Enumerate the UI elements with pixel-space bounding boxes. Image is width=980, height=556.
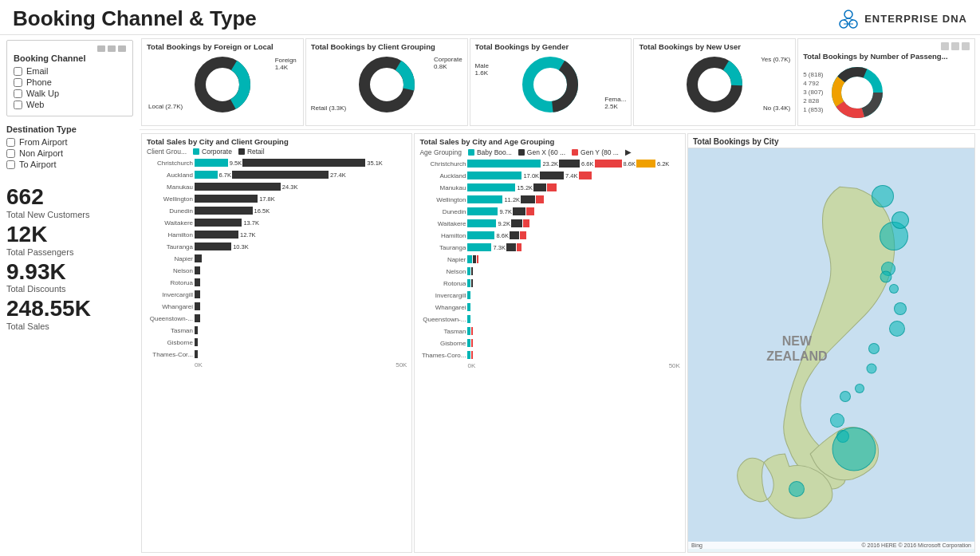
bar-segments-wrap <box>467 279 679 287</box>
wc-btn-3[interactable] <box>962 42 970 50</box>
bar-segment <box>195 290 200 298</box>
bar-segments-wrap <box>467 291 679 299</box>
stat-total-discounts: 9.93K Total Discounts <box>6 260 133 294</box>
stat-total-passengers: 12K Total Passengers <box>6 223 133 257</box>
bar-value: 9.2K <box>498 220 510 227</box>
stat-discounts-value: 9.93K <box>6 260 133 285</box>
table-row: Whangarei <box>419 302 679 313</box>
bar-segment <box>195 314 200 322</box>
bc-email[interactable]: Email <box>14 66 126 76</box>
bc-walkup-checkbox[interactable] <box>14 89 22 98</box>
svg-point-23 <box>844 79 871 106</box>
table-row: Wellington17.8K <box>147 193 407 204</box>
table-row: Rotorua <box>147 277 407 288</box>
bar-segments-wrap <box>195 254 407 262</box>
bar-segments-wrap <box>195 326 407 334</box>
bar-city-label: Tauranga <box>419 244 466 251</box>
table-row: Manukau15.2K <box>419 182 679 193</box>
bc-icon-2[interactable] <box>108 45 116 52</box>
bar-value: 6.7K <box>219 172 231 179</box>
bar-segment <box>195 326 198 334</box>
svg-line-3 <box>844 18 848 20</box>
bc-web-checkbox[interactable] <box>14 101 22 109</box>
nz-map-svg <box>688 148 974 549</box>
donut-label-yes: Yes (0.7K) <box>761 56 790 63</box>
bc-walkup[interactable]: Walk Up <box>14 89 126 98</box>
table-row: Napier <box>147 253 407 264</box>
bar-city-label: Invercargill <box>147 291 193 298</box>
bar-city-label: Whangarei <box>419 304 466 311</box>
bar-axis-client: 0K 50K <box>147 361 407 369</box>
stat-new-customers: 662 Total New Customers <box>6 185 133 219</box>
chart-city-age: Total Sales by City and Age Grouping Age… <box>414 133 685 553</box>
bar-value: 9.5K <box>230 160 242 167</box>
bar-segment <box>232 171 329 179</box>
map-bubble <box>855 384 864 393</box>
bar-segment <box>595 160 622 168</box>
bc-phone[interactable]: Phone <box>14 77 126 87</box>
bar-segment <box>467 255 472 263</box>
bc-phone-checkbox[interactable] <box>14 78 22 87</box>
legend-arrow[interactable]: ▶ <box>625 148 632 156</box>
bar-city-label: Dunedin <box>147 207 193 215</box>
dest-from-airport-checkbox[interactable] <box>6 138 15 147</box>
bar-segment <box>533 183 546 191</box>
bc-web[interactable]: Web <box>14 100 126 109</box>
bc-email-checkbox[interactable] <box>14 67 22 76</box>
bc-icon-3[interactable] <box>118 45 126 52</box>
bar-segment <box>195 350 198 358</box>
bar-segments-wrap: 9.2K <box>467 219 679 227</box>
bar-segments-wrap <box>195 290 407 298</box>
bar-value: 11.2K <box>504 196 520 203</box>
chart-passengers-count-title: Total Bookings by Number of Passeng... <box>803 52 970 61</box>
top-charts-row: Total Bookings by Foreign or Local Forei… <box>140 35 980 130</box>
bar-segment <box>477 255 478 263</box>
bar-city-label: Nelson <box>419 268 466 275</box>
legend-corporate-color <box>193 148 199 155</box>
chart-new-user-title: Total Bookings by New User <box>639 42 790 51</box>
dashboard: Booking Channel & Type ENTERPRISE DNA <box>0 0 980 556</box>
legend-geny: Gen Y (80 ... <box>572 148 619 156</box>
table-row: Dunedin16.5K <box>147 205 407 216</box>
destination-type-title: Destination Type <box>6 124 133 134</box>
stat-passengers-label: Total Passengers <box>6 247 133 257</box>
bar-segment <box>467 327 470 335</box>
bar-segments-wrap <box>467 327 679 335</box>
donut-label-corporate: Corporate0.8K <box>434 56 462 70</box>
bar-city-label: Gisborne <box>147 339 193 346</box>
bar-city-label: Napier <box>419 256 466 263</box>
dest-non-airport-checkbox[interactable] <box>6 149 15 158</box>
dest-to-airport[interactable]: To Airport <box>6 160 133 169</box>
map-bubble <box>891 211 909 229</box>
table-row: Invercargill <box>419 290 679 301</box>
legend-baby-color <box>468 149 474 156</box>
map-bing-bar: Bing © 2016 HERE © 2016 Microsoft Corpor… <box>688 542 974 549</box>
bar-axis-age: 0K 50K <box>419 362 679 369</box>
bar-segments-wrap <box>467 339 679 347</box>
bar-city-label: Waitakere <box>147 219 193 227</box>
legend-retail: Retail <box>238 148 265 156</box>
bar-segment <box>636 160 655 168</box>
chart-city-age-title: Total Sales by City and Age Grouping <box>419 137 679 146</box>
dest-from-airport[interactable]: From Airport <box>6 137 133 147</box>
bar-segment <box>195 231 238 239</box>
svg-point-17 <box>700 70 729 99</box>
bar-segment <box>513 207 525 215</box>
bar-value: 13.7K <box>243 219 259 227</box>
chart-passengers-count: Total Bookings by Number of Passeng... 5… <box>797 38 975 126</box>
map-bubble <box>872 185 894 207</box>
bar-city-label: Manukau <box>419 184 466 191</box>
stat-sales-label: Total Sales <box>6 321 133 331</box>
wc-btn-1[interactable] <box>941 42 949 50</box>
stat-passengers-value: 12K <box>6 223 133 247</box>
bar-segment <box>195 159 228 167</box>
bar-segment <box>195 219 242 227</box>
bar-city-label: Invercargill <box>419 292 466 299</box>
bc-icon-1[interactable] <box>97 45 105 52</box>
bar-value: 10.3K <box>233 243 249 250</box>
wc-btn-2[interactable] <box>951 42 959 50</box>
dest-to-airport-checkbox[interactable] <box>6 160 15 169</box>
dest-non-airport[interactable]: Non Airport <box>6 148 133 158</box>
stat-total-sales: 248.55K Total Sales <box>6 297 133 331</box>
legend-corporate: Corporate <box>193 148 232 156</box>
